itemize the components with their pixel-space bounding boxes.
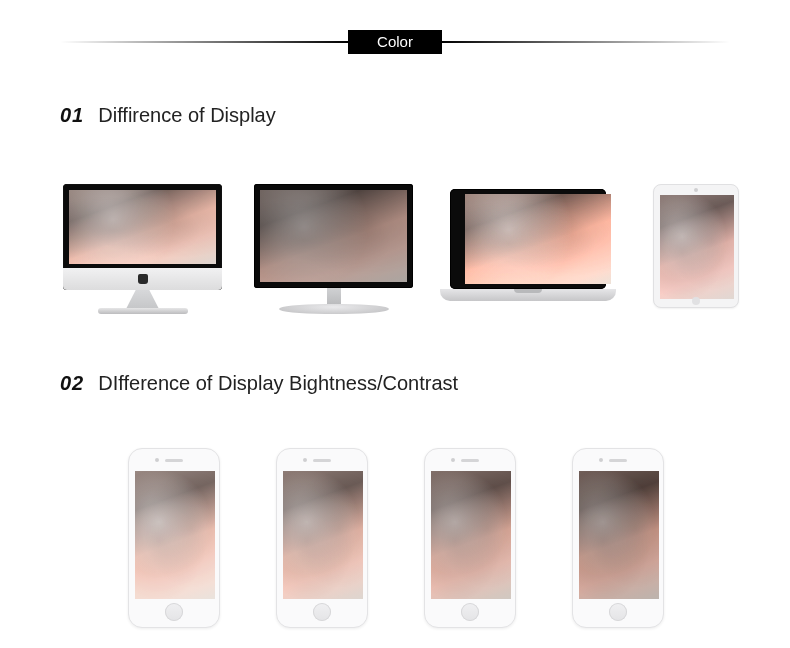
imac-frame [63, 184, 222, 290]
phone-home-button-icon [609, 603, 627, 621]
product-photo [465, 194, 611, 284]
phone-speaker-icon [461, 459, 479, 462]
imac-chin [63, 268, 222, 290]
phone-row [0, 448, 790, 638]
header-line-right [442, 41, 730, 43]
imac-stand [126, 290, 160, 310]
section-1-number: 01 [60, 104, 84, 127]
header-label: Color [348, 30, 442, 54]
apple-logo-icon [138, 274, 148, 284]
laptop-frame [450, 189, 606, 289]
device-laptop [440, 189, 616, 319]
device-phone-3 [424, 448, 516, 628]
product-photo [283, 471, 363, 599]
product-photo [260, 190, 407, 282]
phone-camera-icon [303, 458, 307, 462]
phone-speaker-icon [165, 459, 183, 462]
section-2-number: 02 [60, 372, 84, 395]
laptop-notch [514, 289, 542, 293]
header-line-left [60, 41, 348, 43]
phone-home-button-icon [461, 603, 479, 621]
tablet-home-button-icon [692, 297, 700, 305]
phone-camera-icon [155, 458, 159, 462]
product-photo [660, 195, 734, 299]
monitor-base [279, 304, 389, 314]
product-photo [431, 471, 511, 599]
section-1-heading: 01 Diffirence of Display [60, 104, 276, 127]
device-phone-1 [128, 448, 220, 628]
phone-speaker-icon [313, 459, 331, 462]
device-phone-2 [276, 448, 368, 628]
imac-foot [98, 308, 188, 314]
device-phone-4 [572, 448, 664, 628]
device-imac [63, 184, 222, 324]
header-bar: Color [0, 30, 790, 54]
section-1-title: Diffirence of Display [98, 104, 275, 127]
monitor-frame [254, 184, 413, 288]
phone-camera-icon [599, 458, 603, 462]
tablet-camera-icon [694, 188, 698, 192]
device-tablet [653, 184, 739, 308]
device-monitor [254, 184, 413, 324]
phone-home-button-icon [313, 603, 331, 621]
phone-home-button-icon [165, 603, 183, 621]
product-photo [69, 190, 216, 264]
section-2-title: DIfference of Display Bightness/Contrast [98, 372, 458, 395]
phone-speaker-icon [609, 459, 627, 462]
section-2-heading: 02 DIfference of Display Bightness/Contr… [60, 372, 458, 395]
phone-camera-icon [451, 458, 455, 462]
device-row [0, 184, 790, 344]
product-photo [135, 471, 215, 599]
color-info-page: Color 01 Diffirence of Display [0, 0, 790, 648]
product-photo [579, 471, 659, 599]
